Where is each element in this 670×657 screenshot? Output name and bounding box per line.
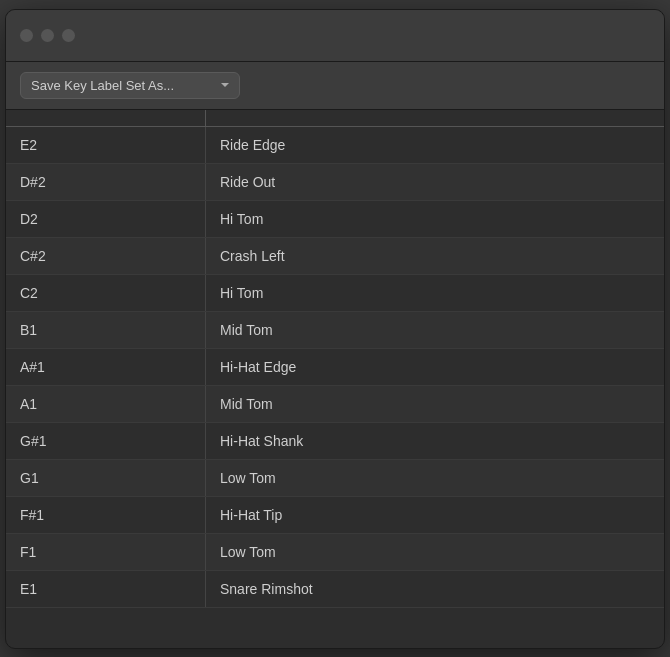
table-header [6, 110, 664, 127]
cell-note: D2 [6, 201, 206, 237]
cell-label: Mid Tom [206, 386, 664, 422]
table-row[interactable]: F#1Hi-Hat Tip [6, 497, 664, 534]
cell-note: E2 [6, 127, 206, 163]
col-note-header [6, 110, 206, 126]
cell-label: Ride Out [206, 164, 664, 200]
cell-label: Hi-Hat Edge [206, 349, 664, 385]
cell-note: D#2 [6, 164, 206, 200]
cell-note: A1 [6, 386, 206, 422]
cell-label: Snare Rimshot [206, 571, 664, 607]
window-controls [20, 29, 75, 42]
cell-label: Ride Edge [206, 127, 664, 163]
cell-note: B1 [6, 312, 206, 348]
cell-note: C2 [6, 275, 206, 311]
table-body[interactable]: E2Ride EdgeD#2Ride OutD2Hi TomC#2Crash L… [6, 127, 664, 648]
main-window: Save Key Label Set As... E2Ride EdgeD#2R… [5, 9, 665, 649]
table-row[interactable]: D2Hi Tom [6, 201, 664, 238]
cell-label: Low Tom [206, 534, 664, 570]
toolbar: Save Key Label Set As... [6, 62, 664, 110]
cell-note: F#1 [6, 497, 206, 533]
cell-label: Hi-Hat Shank [206, 423, 664, 459]
cell-label: Hi Tom [206, 201, 664, 237]
table-row[interactable]: C#2Crash Left [6, 238, 664, 275]
minimize-button[interactable] [41, 29, 54, 42]
cell-label: Crash Left [206, 238, 664, 274]
col-label-header [206, 110, 664, 126]
table-row[interactable]: D#2Ride Out [6, 164, 664, 201]
table-row[interactable]: E2Ride Edge [6, 127, 664, 164]
table-row[interactable]: F1Low Tom [6, 534, 664, 571]
table-row[interactable]: A#1Hi-Hat Edge [6, 349, 664, 386]
table-row[interactable]: B1Mid Tom [6, 312, 664, 349]
cell-label: Hi-Hat Tip [206, 497, 664, 533]
cell-note: F1 [6, 534, 206, 570]
cell-label: Hi Tom [206, 275, 664, 311]
close-button[interactable] [20, 29, 33, 42]
cell-note: E1 [6, 571, 206, 607]
table-row[interactable]: E1Snare Rimshot [6, 571, 664, 608]
table-row[interactable]: A1Mid Tom [6, 386, 664, 423]
cell-note: C#2 [6, 238, 206, 274]
table-container: E2Ride EdgeD#2Ride OutD2Hi TomC#2Crash L… [6, 110, 664, 648]
cell-note: G#1 [6, 423, 206, 459]
maximize-button[interactable] [62, 29, 75, 42]
cell-note: G1 [6, 460, 206, 496]
cell-label: Low Tom [206, 460, 664, 496]
cell-label: Mid Tom [206, 312, 664, 348]
table-row[interactable]: G#1Hi-Hat Shank [6, 423, 664, 460]
cell-note: A#1 [6, 349, 206, 385]
title-bar [6, 10, 664, 62]
save-key-label-dropdown[interactable]: Save Key Label Set As... [20, 72, 240, 99]
table-row[interactable]: G1Low Tom [6, 460, 664, 497]
table-row[interactable]: C2Hi Tom [6, 275, 664, 312]
